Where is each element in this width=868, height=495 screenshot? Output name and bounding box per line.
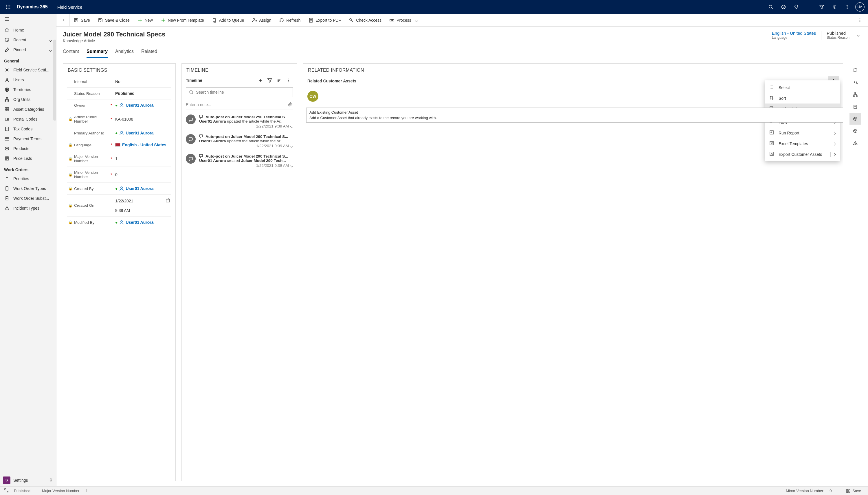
svg-point-45 [121, 187, 122, 189]
tooltip: Add Existing Customer Asset Add a Custom… [306, 107, 843, 123]
brand-label[interactable]: Dynamics 365 [13, 4, 52, 10]
sidebar-item-home[interactable]: Home [0, 25, 56, 35]
card-icon [5, 136, 9, 141]
rail-cube[interactable] [850, 125, 861, 137]
calendar-icon[interactable] [166, 198, 170, 204]
header-language[interactable]: English - United States Language [772, 31, 816, 40]
chevron-down-icon[interactable] [291, 144, 293, 148]
rail-form[interactable] [850, 101, 861, 113]
svg-rect-21 [7, 107, 9, 109]
cmd-refresh[interactable]: Refresh [275, 14, 305, 27]
sidebar-item-field-service-settings[interactable]: Field Service Setti... [0, 65, 56, 75]
task-button[interactable] [777, 0, 790, 14]
sidebar-item-recent[interactable]: Recent [0, 35, 56, 45]
chevron-down-icon[interactable] [291, 124, 293, 129]
field-major-version[interactable]: 🔒Major Version Number*1 [67, 151, 171, 167]
area-switcher[interactable]: S Settings [0, 474, 56, 486]
sidebar-item-priorities[interactable]: Priorities [0, 174, 56, 184]
rail-warning[interactable] [850, 137, 861, 149]
sidebar-item-postal-codes[interactable]: Postal Codes [0, 114, 56, 124]
sidebar-item-products[interactable]: Products [0, 144, 56, 154]
header-expander[interactable] [855, 31, 862, 39]
field-created-by[interactable]: 🔒Created By●User01 Aurora [67, 183, 171, 194]
status-expand[interactable] [4, 488, 9, 494]
rail-translate[interactable] [850, 76, 861, 88]
svg-point-42 [859, 21, 861, 22]
sidebar-item-territories[interactable]: Territories [0, 85, 56, 95]
menu-sort[interactable]: Sort [765, 93, 840, 103]
sidebar-item-pinned[interactable]: Pinned [0, 45, 56, 55]
cmd-assign[interactable]: Assign [248, 14, 275, 27]
cmd-add-queue[interactable]: Add to Queue [208, 14, 248, 27]
cmd-export-pdf[interactable]: Export to PDF [305, 14, 345, 27]
field-created-on[interactable]: 🔒Created On1/22/20219:38 AM [67, 194, 171, 217]
chevron-down-icon[interactable] [291, 164, 293, 168]
cube-icon [853, 129, 857, 133]
sidebar-toggle[interactable] [0, 14, 56, 25]
module-label[interactable]: Field Service [52, 5, 88, 10]
sidebar-item-org-units[interactable]: Org Units [0, 95, 56, 104]
timeline-item[interactable]: Auto-post on Juicer Model 290 Technical … [182, 112, 297, 131]
cmd-overflow[interactable] [853, 14, 866, 27]
menu-excel-templates[interactable]: Excel Templates [765, 138, 840, 149]
timeline-note-entry[interactable]: Enter a note... [186, 100, 293, 110]
timeline-search[interactable] [186, 87, 293, 97]
cmd-process[interactable]: Process [386, 14, 422, 27]
rail-copy[interactable] [850, 65, 861, 76]
sidebar-item-work-order-substatus[interactable]: Work Order Subst... [0, 193, 56, 203]
cmd-save-close[interactable]: Save & Close [94, 14, 134, 27]
cmd-new[interactable]: New [134, 14, 157, 27]
timeline-search-input[interactable] [196, 90, 290, 95]
cmd-save[interactable]: Save [70, 14, 94, 27]
sidebar-item-price-lists[interactable]: Price Lists [0, 154, 56, 164]
sidebar-item-tax-codes[interactable]: Tax Codes [0, 124, 56, 134]
field-internal[interactable]: InternalNo [67, 76, 171, 88]
add-button[interactable] [803, 0, 815, 14]
statusbar-save-button[interactable]: Save [843, 488, 864, 494]
help-button[interactable] [841, 0, 853, 14]
timeline-add[interactable] [256, 76, 265, 85]
tab-summary[interactable]: Summary [86, 47, 108, 58]
basic-settings-panel: BASIC SETTINGS InternalNo Status ReasonP… [63, 63, 176, 481]
sidebar-item-work-order-types[interactable]: Work Order Types [0, 184, 56, 193]
sidebar-item-incident-types[interactable]: Incident Types [0, 203, 56, 213]
field-language[interactable]: 🔒Language*English - United States [67, 139, 171, 151]
rail-cube-active[interactable] [850, 113, 861, 125]
rail-hierarchy[interactable] [850, 89, 861, 100]
attachment-icon[interactable] [288, 102, 293, 107]
tooltip-body: Add a Customer Asset that already exists… [309, 116, 843, 120]
cmd-check-access[interactable]: Check Access [345, 14, 386, 27]
timeline-filter[interactable] [265, 76, 274, 85]
settings-button[interactable] [828, 0, 841, 14]
field-minor-version[interactable]: 🔒Minor Version Number*0 [67, 167, 171, 183]
form-tabs: Content Summary Analytics Related [56, 43, 868, 58]
svg-rect-19 [8, 101, 9, 102]
field-primary-author[interactable]: Primary Author Id●User01 Aurora [67, 127, 171, 139]
search-button[interactable] [764, 0, 777, 14]
back-button[interactable] [58, 14, 70, 27]
sidebar-item-asset-categories[interactable]: Asset Categories [0, 104, 56, 114]
menu-run-report[interactable]: Run Report [765, 127, 840, 138]
field-owner[interactable]: Owner*●User01 Aurora [67, 100, 171, 111]
field-status-reason[interactable]: Status ReasonPublished [67, 88, 171, 100]
timeline-more[interactable] [284, 76, 293, 85]
tab-content[interactable]: Content [63, 47, 79, 58]
app-launcher[interactable] [3, 2, 13, 12]
field-modified-by[interactable]: 🔒Modified By●User01 Aurora [67, 217, 171, 228]
cmd-new-template[interactable]: New From Template [157, 14, 208, 27]
tab-analytics[interactable]: Analytics [115, 47, 134, 58]
field-article-public-number[interactable]: 🔒Article Public Number*KA-01008 [67, 111, 171, 127]
menu-select[interactable]: Select [765, 82, 840, 93]
timeline-item[interactable]: Auto-post on Juicer Model 290 Technical … [182, 131, 297, 151]
timeline-sort[interactable] [274, 76, 284, 85]
timeline-item[interactable]: Auto-post on Juicer Model 290 Technical … [182, 151, 297, 171]
sidebar-item-payment-terms[interactable]: Payment Terms [0, 134, 56, 144]
asset-row[interactable]: CW [303, 89, 843, 103]
user-avatar[interactable]: UA [855, 2, 865, 12]
menu-export-assets[interactable]: Export Customer Assets [765, 149, 840, 159]
sidebar-item-users[interactable]: Users [0, 75, 56, 85]
lightbulb-button[interactable] [790, 0, 803, 14]
tab-related[interactable]: Related [141, 47, 157, 58]
filter-button[interactable] [815, 0, 828, 14]
scrollbar[interactable] [53, 40, 56, 121]
